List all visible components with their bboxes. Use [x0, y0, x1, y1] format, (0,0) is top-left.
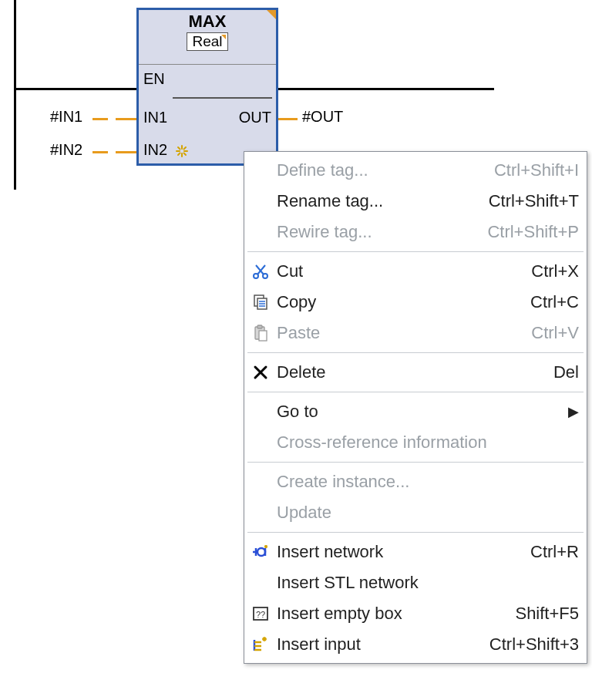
power-rail — [14, 0, 16, 190]
pin-out[interactable]: OUT — [239, 109, 271, 126]
pin-in2[interactable]: IN2 — [143, 141, 167, 159]
wire-tag-in2-b — [116, 151, 136, 153]
menu-separator — [247, 392, 584, 392]
menu-paste: Paste Ctrl+V — [244, 318, 587, 348]
menu-update: Update — [244, 497, 587, 528]
svg-line-7 — [184, 147, 187, 150]
svg-line-5 — [184, 153, 187, 156]
menu-define-tag: Define tag... Ctrl+Shift+I — [244, 155, 587, 186]
pin-en: EN — [143, 70, 165, 88]
wire-tag-in2-a — [92, 151, 108, 153]
menu-separator — [247, 532, 584, 533]
menu-separator — [247, 352, 584, 353]
menu-separator — [247, 251, 584, 252]
insert-network-icon — [247, 543, 274, 561]
svg-line-4 — [178, 147, 180, 150]
copy-icon — [247, 293, 274, 311]
context-menu: Define tag... Ctrl+Shift+I Rename tag...… — [244, 151, 587, 664]
menu-insert-stl-network[interactable]: Insert STL network — [244, 567, 587, 598]
menu-rename-tag[interactable]: Rename tag... Ctrl+Shift+T — [244, 186, 587, 217]
menu-cross-reference: Cross-reference information — [244, 427, 587, 458]
menu-copy[interactable]: Copy Ctrl+C — [244, 287, 587, 318]
menu-insert-empty-box[interactable]: ?? Insert empty box Shift+F5 — [244, 598, 587, 629]
tag-out[interactable]: #OUT — [302, 108, 343, 126]
cut-icon — [247, 262, 274, 281]
wire-tag-in1-a — [92, 118, 108, 120]
svg-text:??: ?? — [256, 610, 265, 619]
wire-en-out-rail — [278, 88, 494, 90]
svg-point-24 — [257, 548, 265, 556]
menu-goto[interactable]: Go to ▶ — [244, 396, 587, 427]
tag-in2[interactable]: #IN2 — [50, 141, 82, 159]
menu-rewire-tag: Rewire tag... Ctrl+Shift+P — [244, 217, 587, 247]
tag-in1[interactable]: #IN1 — [50, 108, 82, 126]
svg-rect-18 — [257, 325, 262, 328]
menu-delete[interactable]: Delete Del — [244, 357, 587, 388]
wire-rail-to-en — [15, 88, 136, 90]
block-title: MAX — [139, 12, 276, 32]
delete-icon — [247, 363, 274, 382]
menu-insert-input[interactable]: Insert input Ctrl+Shift+3 — [244, 629, 587, 660]
svg-line-6 — [178, 153, 180, 156]
submenu-arrow-icon: ▶ — [560, 399, 579, 425]
menu-separator — [247, 462, 584, 463]
menu-cut[interactable]: Cut Ctrl+X — [244, 256, 587, 287]
block-en-divider — [173, 97, 272, 99]
insert-input-icon — [247, 635, 274, 654]
wire-tag-out — [278, 118, 298, 120]
insert-empty-box-icon: ?? — [247, 604, 274, 623]
add-pin-burst-icon[interactable] — [176, 145, 188, 157]
svg-line-10 — [257, 265, 265, 274]
svg-line-11 — [256, 265, 264, 274]
wire-tag-in1-b — [116, 118, 136, 120]
block-type-selector[interactable]: Real — [187, 32, 227, 51]
block-header: MAX Real — [139, 12, 276, 65]
menu-create-instance: Create instance... — [244, 466, 587, 497]
function-block-max[interactable]: MAX Real EN IN1 IN2 OUT — [136, 8, 278, 166]
ladder-editor-canvas[interactable]: #IN1 #IN2 #OUT MAX Real EN IN1 IN2 OUT — [0, 0, 592, 700]
paste-icon — [247, 324, 274, 342]
pin-in1[interactable]: IN1 — [143, 109, 167, 126]
menu-insert-network[interactable]: Insert network Ctrl+R — [244, 537, 587, 567]
svg-rect-19 — [259, 331, 267, 341]
